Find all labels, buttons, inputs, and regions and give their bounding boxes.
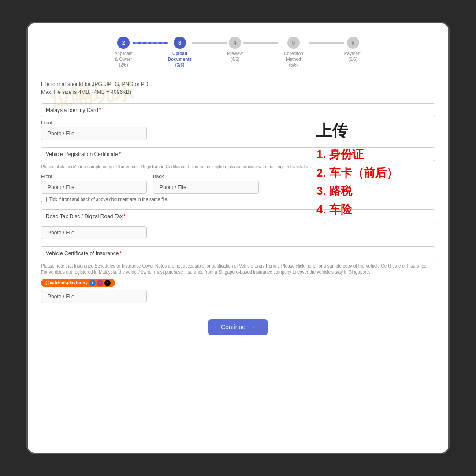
vehicle-reg-back-upload-btn[interactable]: Photo / File [153, 181, 259, 194]
identity-card-upload-btn[interactable]: Photo / File [41, 127, 147, 140]
connector-5-6 [309, 42, 344, 44]
continue-button[interactable]: Continue → [208, 319, 268, 335]
annotation-list: 身份证 车卡（前后） 路税 车险 [316, 145, 439, 219]
step-3: 3 UploadDocuments(3/6) [168, 37, 192, 68]
instagram-icon: ● [97, 280, 103, 286]
annotation-title: 上传 [316, 120, 439, 142]
vehicle-reg-back-label: Back [153, 174, 259, 179]
section-insurance: Vehicle Certificate of Insurance* Please… [41, 246, 435, 303]
stepper: 2 Applicant& Owner(2/6) 3 UploadDocument… [41, 37, 435, 68]
arrow-right-icon: → [249, 324, 255, 331]
file-info: File format should be JPG, JPEG, PNG or … [41, 80, 435, 96]
vehicle-reg-checkbox-label: Tick if front and back of above document… [49, 197, 168, 202]
step-5: 5 Collection Method(5/6) [278, 37, 309, 68]
vehicle-reg-back-col: Back Photo / File [153, 173, 259, 194]
insurance-note: Please note that Insurance Schedules or … [41, 263, 435, 275]
insurance-upload-btn[interactable]: Photo / File [41, 290, 147, 303]
vehicle-reg-front-upload-btn[interactable]: Photo / File [41, 181, 147, 194]
identity-card-label: Malaysia Identity Card* [41, 103, 435, 117]
connector-3-4 [192, 42, 227, 44]
annotation-item-1: 身份证 [329, 145, 439, 164]
step-6: 6 Payment(6/6) [344, 37, 361, 62]
vehicle-reg-front-col: Front Photo / File [41, 173, 147, 194]
step-2: 2 Applicant& Owner(2/6) [115, 37, 133, 68]
vehicle-reg-front-label: Front [41, 174, 147, 179]
social-badge: @eatdrinkplayfunny f ● ♫ [41, 279, 115, 287]
road-tax-upload-btn[interactable]: Photo / File [41, 226, 147, 239]
connector-4-5 [243, 42, 278, 44]
annotation-item-3: 路税 [329, 182, 439, 201]
tiktok-icon: ♫ [104, 280, 111, 286]
annotation-item-4: 车险 [329, 201, 439, 219]
annotation-panel: 上传 身份证 车卡（前后） 路税 车险 [316, 120, 439, 219]
step-4: 4 Preview(4/6) [227, 37, 243, 62]
annotation-item-2: 车卡（前后） [329, 164, 439, 182]
insurance-label: Vehicle Certificate of Insurance* [41, 246, 435, 260]
connector-2-3 [133, 42, 168, 44]
vehicle-reg-same-file-checkbox[interactable] [41, 197, 47, 202]
facebook-icon: f [89, 280, 96, 286]
